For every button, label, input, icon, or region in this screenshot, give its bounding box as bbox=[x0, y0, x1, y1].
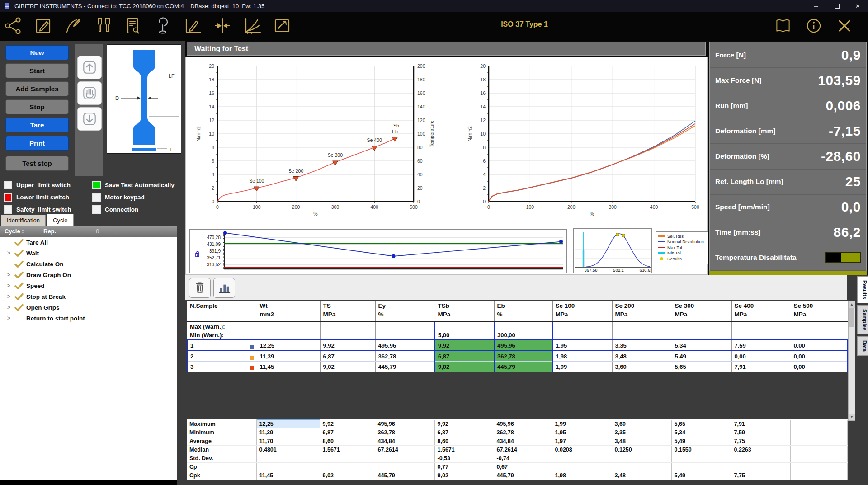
tab-identification[interactable]: Identification bbox=[1, 215, 46, 226]
svg-text:0: 0 bbox=[487, 204, 490, 210]
stat-value-cell bbox=[790, 463, 847, 471]
svg-text:D: D bbox=[115, 95, 119, 101]
svg-text:100: 100 bbox=[526, 204, 534, 210]
warn-label: Max (Warn.): bbox=[187, 322, 257, 331]
sidebar-button-add-samples[interactable]: Add Samples bbox=[5, 81, 69, 96]
sidebar-button-tare[interactable]: Tare bbox=[5, 118, 69, 132]
warn-value bbox=[494, 322, 552, 331]
show-histogram-button[interactable] bbox=[213, 278, 235, 298]
sidebar-button-new[interactable]: New bbox=[5, 45, 69, 60]
jog-stop-button[interactable] bbox=[77, 81, 102, 105]
view-tab-samples[interactable]: Samples bbox=[857, 305, 868, 334]
stat-value-cell: 11,70 bbox=[256, 437, 320, 446]
sample-value-cell: 9,02 bbox=[320, 362, 375, 372]
sidebar-button-start[interactable]: Start bbox=[5, 63, 69, 78]
report-icon[interactable] bbox=[123, 16, 143, 36]
cycle-item-stop-at-break[interactable]: >Stop at Break bbox=[0, 291, 177, 302]
charts-panel: 0246810121416182001002003004005000204060… bbox=[185, 57, 708, 275]
legend-label: Results bbox=[667, 256, 682, 261]
legend-label: Min Tol. bbox=[667, 250, 682, 255]
scroll-thumb[interactable] bbox=[849, 308, 854, 327]
sample-row-3[interactable]: 311,459,02445,799,02445,791,993,605,657,… bbox=[187, 362, 848, 372]
expander-icon[interactable]: > bbox=[7, 283, 14, 289]
distribution-chart: 367,58502,1636,62 bbox=[574, 229, 651, 273]
line-swatch bbox=[658, 241, 665, 242]
signature-icon[interactable] bbox=[63, 16, 83, 36]
sample-number-cell: 3 bbox=[187, 362, 257, 372]
maximize-icon[interactable] bbox=[826, 0, 847, 12]
stat-value-cell: 5,49 bbox=[671, 437, 731, 446]
stat-row-minimum: Minimum11,396,87362,786,87362,781,953,35… bbox=[187, 428, 847, 437]
close-icon[interactable]: ✕ bbox=[847, 0, 868, 12]
cycle-item-tare-all[interactable]: Tare All bbox=[0, 237, 177, 248]
check-icon bbox=[14, 239, 24, 246]
tab-cycle[interactable]: Cycle bbox=[47, 214, 74, 226]
samples-table: N.SampleWtmm2TSMPaEy%TSbMPaEb%Se 100MPaS… bbox=[187, 301, 848, 372]
expander-icon[interactable]: > bbox=[7, 272, 14, 278]
view-tab-data[interactable]: Data bbox=[857, 336, 868, 356]
info-icon[interactable] bbox=[804, 16, 824, 36]
stat-value-cell: 9,92 bbox=[320, 420, 375, 428]
stat-value-cell: 67,2614 bbox=[494, 446, 552, 454]
checkbox-motor-keypad[interactable]: Motor keypad bbox=[92, 191, 181, 203]
checkbox-connection[interactable]: Connection bbox=[92, 203, 181, 216]
edit-test-icon[interactable] bbox=[33, 16, 53, 36]
chart-legend: Sel. ResNormal DistributionMax Tol..Min … bbox=[656, 231, 708, 264]
checkbox-label: Lower limit switch bbox=[16, 194, 69, 201]
scroll-down-icon[interactable]: ▼ bbox=[849, 414, 855, 420]
temperature-toggle[interactable] bbox=[825, 252, 861, 263]
sample-row-2[interactable]: 211,396,87362,786,87362,781,983,485,490,… bbox=[187, 351, 848, 362]
cycle-item-label: Draw Graph On bbox=[26, 272, 71, 278]
cycle-item-label: Return to start point bbox=[26, 315, 85, 322]
share-icon[interactable] bbox=[4, 16, 24, 36]
export-graph-icon[interactable] bbox=[272, 16, 292, 36]
graph-edit-icon[interactable] bbox=[183, 16, 203, 36]
eb-trend-box: 470,28431,09391,9352,71313,52Eb bbox=[189, 229, 567, 273]
delete-sample-button[interactable] bbox=[189, 278, 211, 298]
cycle-item-speed[interactable]: >Speed bbox=[0, 280, 177, 291]
stand-icon[interactable] bbox=[153, 16, 173, 36]
stat-value-cell: 3,48 bbox=[612, 471, 671, 480]
column-unit: % bbox=[497, 310, 550, 319]
graph-results-icon[interactable] bbox=[242, 16, 262, 36]
column-unit: % bbox=[378, 310, 432, 319]
cycle-item-return-to-start-point[interactable]: >Return to start point bbox=[0, 313, 177, 324]
cycle-item-calculate-on[interactable]: Calculate On bbox=[0, 259, 177, 269]
scroll-up-icon[interactable]: ▲ bbox=[849, 301, 855, 308]
view-tab-results[interactable]: Results bbox=[857, 276, 868, 303]
stat-value-cell bbox=[790, 420, 847, 428]
expander-icon[interactable]: > bbox=[7, 293, 14, 300]
sidebar-button-test-stop[interactable]: Test stop bbox=[5, 156, 69, 171]
book-icon[interactable] bbox=[773, 16, 793, 36]
warn-value bbox=[672, 322, 731, 331]
exit-icon[interactable] bbox=[835, 16, 854, 36]
jog-down-button[interactable] bbox=[77, 107, 102, 131]
warn-value bbox=[375, 331, 435, 340]
expander-icon[interactable]: > bbox=[7, 304, 14, 311]
svg-text:120: 120 bbox=[417, 118, 425, 123]
jog-up-button[interactable] bbox=[77, 56, 102, 79]
warn-row-max-warn: Max (Warn.): bbox=[187, 322, 848, 331]
cycle-item-open-grips[interactable]: >Open Grips bbox=[0, 302, 177, 313]
compress-icon[interactable] bbox=[212, 16, 232, 36]
minimize-icon[interactable]: ─ bbox=[806, 0, 826, 12]
config-tabs: IdentificationCycle bbox=[1, 214, 75, 226]
specimen-icon[interactable] bbox=[93, 16, 113, 36]
checkbox-save-test-automatically[interactable]: Save Test Automatically bbox=[92, 179, 181, 191]
status-strip bbox=[709, 271, 867, 275]
hand-icon bbox=[86, 89, 93, 98]
sidebar-button-stop[interactable]: Stop bbox=[5, 99, 69, 114]
stat-value-cell bbox=[256, 454, 320, 463]
cycle-item-wait[interactable]: >Wait bbox=[0, 248, 177, 259]
checkbox-lower-limit-switch[interactable]: Lower limit switch bbox=[4, 191, 92, 203]
table-scrollbar[interactable]: ▲ ▼ bbox=[848, 301, 855, 421]
legend-label: Sel. Res bbox=[667, 234, 684, 239]
stat-value-cell: 7,91 bbox=[731, 420, 790, 428]
expander-icon[interactable]: > bbox=[7, 250, 14, 256]
column-name: Eb bbox=[497, 301, 550, 310]
expander-icon[interactable]: > bbox=[7, 315, 14, 321]
sample-row-1[interactable]: 112,259,92495,969,92495,961,953,355,347,… bbox=[187, 340, 848, 351]
sidebar-button-print[interactable]: Print bbox=[5, 136, 69, 151]
cycle-item-draw-graph-on[interactable]: >Draw Graph On bbox=[0, 269, 177, 280]
checkbox-upper-limit-switch[interactable]: Upper limit switch bbox=[4, 179, 92, 191]
